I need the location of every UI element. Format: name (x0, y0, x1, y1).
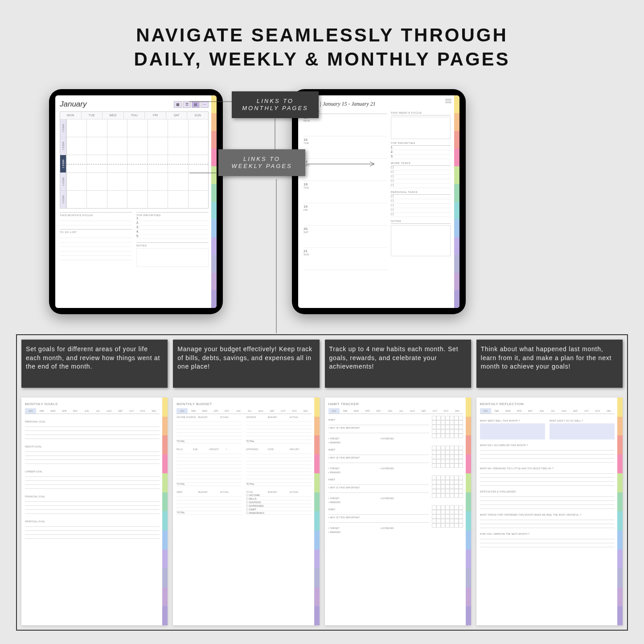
side-tabs[interactable] (454, 95, 459, 308)
ipad-weekly: Week 3 | January 15 - January 21 SCHEDUL… (292, 89, 466, 314)
headline: NAVIGATE SEAMLESSLY THROUGH DAILY, WEEKL… (0, 25, 644, 70)
page-monthly-reflection[interactable]: MONTHLY REFLECTION JANFEBMARAPRMAYJUNJUL… (476, 398, 623, 625)
calendar-grid[interactable]: MONTUEWEDTHUFRISATSUN WEEK 1WEEK 2WEEK 3… (60, 111, 209, 209)
callout-weekly: LINKS TO WEEKLY PAGES (218, 149, 305, 176)
month-title: January (60, 100, 86, 109)
page-monthly-budget[interactable]: MONTHLY BUDGET JANFEBMARAPRMAYJUNJULAUGS… (173, 398, 319, 625)
page-monthly-goals[interactable]: MONTHLY GOALS JANFEBMARAPRMAYJUNJULAUGSE… (21, 398, 168, 625)
desc-habit: Track up to 4 new habits each month. Set… (325, 340, 471, 388)
desc-reflect: Think about what happened last month, le… (476, 340, 623, 388)
list-icon: ☰ (183, 101, 191, 108)
side-tabs[interactable] (211, 95, 217, 308)
menu-icon[interactable] (445, 99, 451, 103)
desc-goals: Set goals for different areas of your li… (21, 340, 168, 388)
page-habit-tracker[interactable]: HABIT TRACKER JANFEBMARAPRMAYJUNJULAUGSE… (325, 398, 471, 625)
calendar-icon: ▤ (192, 101, 200, 108)
grid-icon: ▦ (174, 101, 182, 108)
desc-budget: Manage your budget effectively! Keep tra… (173, 340, 319, 388)
more-icon: ⋯ (201, 101, 209, 108)
callout-monthly: LINKS TO MONTHLY PAGES (232, 91, 319, 118)
view-toggle[interactable]: ▦☰▤⋯ (174, 101, 209, 108)
ipad-monthly: January ▦☰▤⋯ MONTUEWEDTHUFRISATSUN WEEK … (49, 89, 223, 314)
bottom-pages: Set goals for different areas of your li… (16, 334, 628, 631)
